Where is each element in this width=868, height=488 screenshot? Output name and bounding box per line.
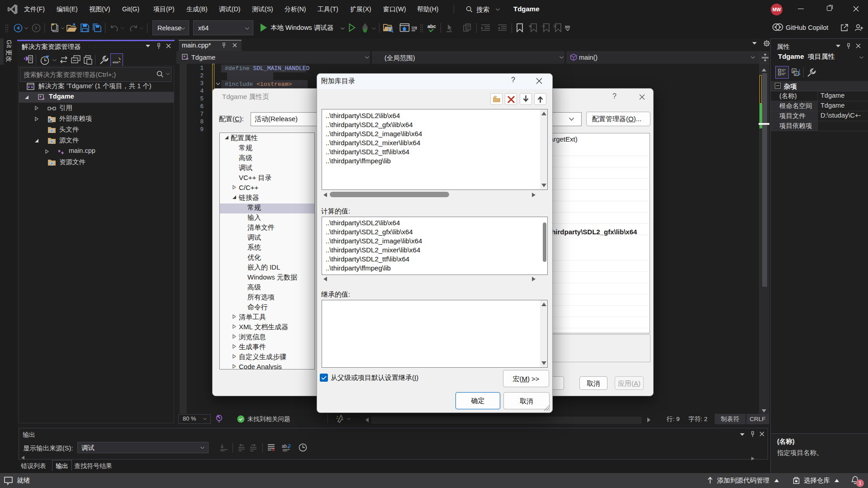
svg-text:abc: abc: [427, 24, 436, 29]
svg-text:Z: Z: [795, 72, 797, 76]
svg-text:ab: ab: [282, 444, 287, 449]
